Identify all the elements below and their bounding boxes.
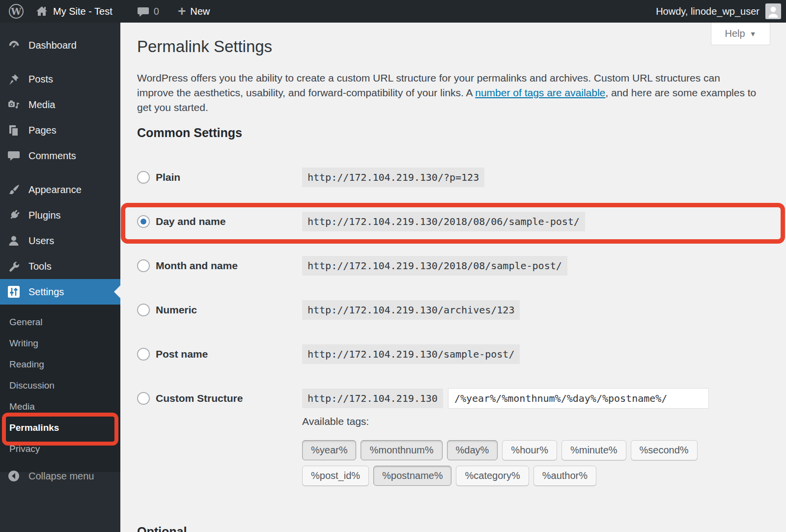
sidebar-item-label: Users <box>28 235 54 247</box>
radio-day-and-name[interactable] <box>137 215 150 228</box>
admin-bar-right: Howdy, linode_wp_user <box>656 3 786 19</box>
appearance-icon <box>7 183 21 196</box>
tools-icon <box>7 260 21 273</box>
tag-button-category[interactable]: %category% <box>456 466 529 486</box>
sidebar-item-label: Pages <box>28 125 56 136</box>
option-label: Month and name <box>156 260 238 272</box>
sidebar: Dashboard Posts Media Pages Comments App… <box>0 23 120 532</box>
collapse-menu-button[interactable]: Collapse menu <box>0 463 120 489</box>
active-menu-arrow <box>114 285 120 298</box>
sidebar-item-label: Posts <box>28 74 53 85</box>
howdy-account-link[interactable]: Howdy, linode_wp_user <box>656 6 759 17</box>
admin-bar: W My Site - Test 0 + New Howdy, linode_w… <box>0 0 786 23</box>
menu-separator <box>0 168 120 177</box>
page-title: Permalink Settings <box>137 37 272 56</box>
radio-month-and-name[interactable] <box>137 259 150 272</box>
site-link[interactable]: My Site - Test <box>29 0 118 23</box>
sidebar-item-plugins[interactable]: Plugins <box>0 202 120 228</box>
radio-custom-structure[interactable] <box>137 392 150 405</box>
help-label: Help <box>725 28 745 39</box>
submenu-item-general[interactable]: General <box>0 311 120 333</box>
sidebar-item-settings[interactable]: Settings <box>0 279 120 305</box>
tag-button-second[interactable]: %second% <box>631 440 698 460</box>
tag-button-postname[interactable]: %postname% <box>373 466 451 486</box>
tag-button-author[interactable]: %author% <box>533 466 596 486</box>
common-settings-heading: Common Settings <box>137 126 242 140</box>
tag-button-post-id[interactable]: %post_id% <box>302 466 369 486</box>
sidebar-item-dashboard[interactable]: Dashboard <box>0 32 120 58</box>
wordpress-menu-button[interactable]: W <box>0 0 29 23</box>
help-dropdown-button[interactable]: Help ▼ <box>711 23 770 45</box>
example-url: http://172.104.219.130/sample-post/ <box>302 344 520 364</box>
collapse-icon <box>7 470 21 482</box>
example-url: http://172.104.219.130/archives/123 <box>302 300 520 320</box>
plugins-icon <box>7 209 21 222</box>
sidebar-item-comments[interactable]: Comments <box>0 143 120 168</box>
tag-button-day[interactable]: %day% <box>447 440 498 460</box>
pages-icon <box>7 124 21 137</box>
custom-structure-input[interactable] <box>448 388 709 409</box>
sidebar-item-posts[interactable]: Posts <box>0 66 120 92</box>
plus-icon: + <box>178 4 186 18</box>
option-label: Plain <box>156 171 180 183</box>
sidebar-item-label: Settings <box>28 286 64 298</box>
option-label: Numeric <box>156 304 197 316</box>
radio-numeric[interactable] <box>137 304 150 316</box>
site-name: My Site - Test <box>53 6 112 17</box>
posts-icon <box>7 73 21 86</box>
option-row-plain: Plain http://172.104.219.130/?p=123 <box>137 155 709 199</box>
radio-post-name[interactable] <box>137 348 150 361</box>
tags-available-link[interactable]: number of tags are available <box>475 87 605 98</box>
sidebar-item-label: Media <box>28 99 55 111</box>
help-caret-icon: ▼ <box>750 30 757 38</box>
option-row-month-and-name: Month and name http://172.104.219.130/20… <box>137 244 709 288</box>
sidebar-item-pages[interactable]: Pages <box>0 117 120 143</box>
new-content-button[interactable]: + New <box>172 0 216 23</box>
optional-heading: Optional <box>137 525 187 532</box>
option-label: Day and name <box>156 216 225 227</box>
tag-button-minute[interactable]: %minute% <box>561 440 626 460</box>
sidebar-item-tools[interactable]: Tools <box>0 253 120 279</box>
available-tags-row-2: %post_id% %postname% %category% %author% <box>302 466 596 486</box>
option-row-post-name: Post name http://172.104.219.130/sample-… <box>137 332 709 376</box>
permalink-options: Plain http://172.104.219.130/?p=123 Day … <box>137 155 709 420</box>
new-label: New <box>190 6 210 17</box>
option-label: Post name <box>156 348 208 360</box>
sidebar-item-media[interactable]: Media <box>0 92 120 117</box>
sidebar-item-label: Dashboard <box>28 40 77 51</box>
intro-paragraph: WordPress offers you the ability to crea… <box>137 71 758 115</box>
submenu-item-discussion[interactable]: Discussion <box>0 375 120 396</box>
sidebar-item-appearance[interactable]: Appearance <box>0 177 120 202</box>
comments-icon <box>7 149 21 162</box>
example-url: http://172.104.219.130/2018/08/06/sample… <box>302 212 585 231</box>
comments-shortcut[interactable]: 0 <box>131 0 165 23</box>
sidebar-item-label: Plugins <box>28 210 61 221</box>
settings-submenu: General Writing Reading Discussion Media… <box>0 305 120 472</box>
tag-button-year[interactable]: %year% <box>302 440 356 460</box>
custom-url-prefix: http://172.104.219.130 <box>302 389 443 408</box>
avatar[interactable] <box>765 3 781 19</box>
comments-bubble-icon <box>137 5 149 18</box>
submenu-item-writing[interactable]: Writing <box>0 333 120 354</box>
example-url: http://172.104.219.130/?p=123 <box>302 168 484 187</box>
available-tags-label: Available tags: <box>302 416 369 427</box>
sidebar-item-label: Comments <box>28 150 76 162</box>
submenu-item-reading[interactable]: Reading <box>0 354 120 375</box>
radio-plain[interactable] <box>137 171 150 184</box>
sidebar-item-label: Appearance <box>28 184 82 196</box>
option-row-custom-structure: Custom Structure http://172.104.219.130 <box>137 376 709 420</box>
tag-button-monthnum[interactable]: %monthnum% <box>361 440 442 460</box>
media-icon <box>7 98 21 112</box>
settings-icon <box>7 285 21 299</box>
submenu-item-media[interactable]: Media <box>0 396 120 417</box>
comments-count: 0 <box>154 6 159 17</box>
main-content: Help ▼ Permalink Settings WordPress offe… <box>120 23 786 532</box>
collapse-menu-label: Collapse menu <box>28 471 94 482</box>
submenu-item-permalinks[interactable]: Permalinks <box>0 417 120 438</box>
tag-button-hour[interactable]: %hour% <box>502 440 557 460</box>
sidebar-item-users[interactable]: Users <box>0 228 120 253</box>
submenu-item-privacy[interactable]: Privacy <box>0 438 120 459</box>
menu-separator <box>0 58 120 66</box>
sidebar-item-label: Tools <box>28 261 52 272</box>
dashboard-icon <box>7 39 21 52</box>
